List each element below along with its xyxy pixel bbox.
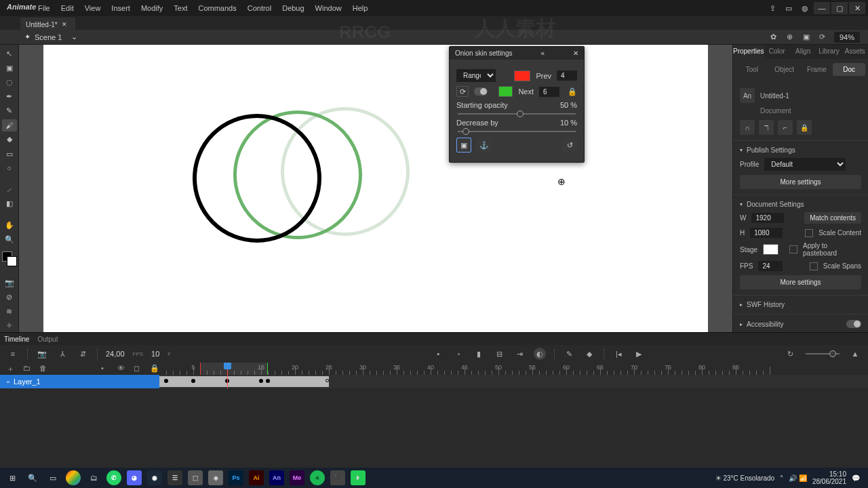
menu-debug[interactable]: Debug: [277, 1, 309, 15]
center-stage-icon[interactable]: ⊕: [785, 33, 795, 42]
steam-icon[interactable]: ◉: [145, 470, 164, 486]
maximize-button[interactable]: ▢: [831, 2, 848, 14]
camera-tool[interactable]: 📷: [2, 277, 17, 289]
onion-mode-toggle[interactable]: [474, 87, 488, 96]
apply-pasteboard-checkbox[interactable]: [789, 245, 797, 253]
menu-help[interactable]: Help: [347, 1, 374, 15]
menu-text[interactable]: Text: [168, 1, 193, 15]
onion-prev-color[interactable]: [514, 70, 530, 81]
onion-anchor-mode[interactable]: ⚓: [477, 138, 492, 152]
insert-frame-icon[interactable]: ▮: [473, 348, 485, 360]
panel-tab-align[interactable]: Align: [790, 45, 816, 59]
menu-insert[interactable]: Insert: [106, 1, 136, 15]
app-icon-3[interactable]: ◈: [206, 470, 225, 486]
lasso-tool[interactable]: ◌: [2, 76, 17, 88]
frame-track[interactable]: [159, 375, 868, 388]
whatsapp-icon[interactable]: ✆: [104, 470, 123, 486]
timeline-menu-icon[interactable]: ▲: [849, 348, 861, 360]
timeline-tab-timeline[interactable]: Timeline: [4, 336, 29, 343]
fps-input[interactable]: [758, 261, 783, 271]
onion-next-input[interactable]: [539, 87, 559, 97]
layer-row[interactable]: ▫ Layer_1: [0, 375, 159, 388]
panel-tab-color[interactable]: Color: [764, 45, 790, 59]
app-icon-4[interactable]: ⬛: [328, 470, 347, 486]
onion-reset-button[interactable]: ↺: [562, 138, 577, 152]
menu-view[interactable]: View: [79, 1, 106, 15]
fill-swatch[interactable]: [7, 256, 17, 266]
insert-keyframe-icon[interactable]: ▪: [432, 348, 444, 360]
onion-outline-mode[interactable]: ▣: [456, 138, 471, 152]
task-view-icon[interactable]: ▭: [43, 470, 62, 486]
stage-color-swatch[interactable]: [763, 244, 778, 255]
tray-area[interactable]: 🔊 📶: [789, 474, 807, 482]
subtab-object[interactable]: Object: [768, 63, 801, 76]
layer-options-icon[interactable]: ≡: [7, 348, 19, 360]
minimize-button[interactable]: —: [814, 2, 830, 14]
menu-control[interactable]: Control: [242, 1, 277, 15]
free-transform-tool[interactable]: ▣: [2, 62, 17, 74]
profile-select[interactable]: Default: [764, 158, 846, 171]
remove-frame-icon[interactable]: ⊟: [493, 348, 505, 360]
accessibility-toggle[interactable]: [846, 320, 861, 328]
discord-icon[interactable]: ◕: [125, 470, 144, 486]
loop-button[interactable]: ↻: [784, 348, 796, 360]
layer-depth-icon[interactable]: ⇵: [77, 348, 89, 360]
lock-icon[interactable]: 🔒: [797, 120, 812, 135]
panel-tab-assets[interactable]: Assets: [842, 45, 868, 59]
media-encoder-icon[interactable]: Me: [288, 470, 307, 486]
eraser-tool[interactable]: ◧: [2, 198, 17, 210]
first-frame-button[interactable]: |◂: [612, 348, 625, 360]
edit-multiple-icon[interactable]: ✎: [563, 348, 575, 360]
photoshop-icon[interactable]: Ps: [226, 470, 245, 486]
accessibility-header[interactable]: Accessibility: [740, 321, 783, 328]
outline-col-icon[interactable]: ◻: [134, 364, 143, 373]
height-input[interactable]: [750, 228, 783, 238]
new-layer-icon[interactable]: ＋: [7, 364, 16, 373]
doc-more-settings[interactable]: More settings: [740, 275, 861, 289]
start-button[interactable]: ⊞: [3, 470, 22, 486]
clock-time[interactable]: 15:10: [812, 470, 846, 478]
publish-more-settings[interactable]: More settings: [740, 175, 861, 189]
menu-commands[interactable]: Commands: [193, 1, 241, 15]
hand-tool[interactable]: ✋: [2, 219, 17, 231]
pencil-tool[interactable]: ✎: [2, 105, 17, 117]
width-input[interactable]: [751, 213, 784, 223]
app-icon-5[interactable]: 🞂: [349, 470, 368, 486]
frame-ruler[interactable]: 510152025303540455055606570758085: [159, 363, 868, 375]
onion-skin-toggle[interactable]: ◐: [534, 348, 546, 360]
close-button[interactable]: ✕: [849, 2, 865, 14]
sync-icon[interactable]: ◍: [797, 2, 812, 14]
bone-tool[interactable]: ⊘: [2, 291, 17, 304]
close-tab-icon[interactable]: ✕: [62, 21, 67, 28]
visibility-col-icon[interactable]: 👁: [117, 364, 127, 373]
layer-name[interactable]: Layer_1: [14, 378, 41, 386]
spotify-icon[interactable]: ≡: [308, 470, 327, 486]
rotate-view-icon[interactable]: ⟳: [818, 33, 827, 42]
notifications-icon[interactable]: 💬: [852, 474, 860, 482]
selection-tool[interactable]: ↖: [2, 47, 17, 60]
rectangle-tool[interactable]: ▭: [2, 148, 17, 160]
timeline-tab-output[interactable]: Output: [37, 336, 58, 343]
menu-modify[interactable]: Modify: [136, 1, 168, 15]
asset-warp-tool[interactable]: ✧: [2, 320, 17, 332]
search-icon[interactable]: 🔍: [23, 470, 42, 486]
document-tab[interactable]: Untitled-1* ✕: [20, 18, 75, 30]
onion-panel-close-icon[interactable]: ✕: [573, 49, 578, 57]
publish-settings-header[interactable]: Publish Settings: [740, 146, 861, 154]
swf-history-header[interactable]: SWF History: [740, 301, 861, 308]
subtab-tool[interactable]: Tool: [736, 63, 768, 76]
match-contents-button[interactable]: Match contents: [804, 212, 861, 224]
zoom-level[interactable]: 94%: [834, 32, 860, 43]
illustrator-icon[interactable]: Ai: [247, 470, 266, 486]
onion-decrease-slider[interactable]: [458, 131, 576, 132]
create-tween-icon[interactable]: ⇥: [513, 348, 526, 360]
eyedropper-tool[interactable]: ⟋: [2, 184, 17, 196]
add-camera-icon[interactable]: 📷: [36, 348, 48, 360]
onion-next-color[interactable]: [498, 86, 513, 97]
width-tool[interactable]: ≋: [2, 306, 17, 318]
snap-horseshoe-icon[interactable]: ∩: [740, 120, 755, 135]
paint-bucket-tool[interactable]: ◆: [2, 134, 17, 146]
scene-label[interactable]: Scene 1: [35, 33, 62, 41]
pen-tool[interactable]: ✒: [2, 90, 17, 102]
panel-tab-properties[interactable]: Properties: [733, 45, 764, 59]
